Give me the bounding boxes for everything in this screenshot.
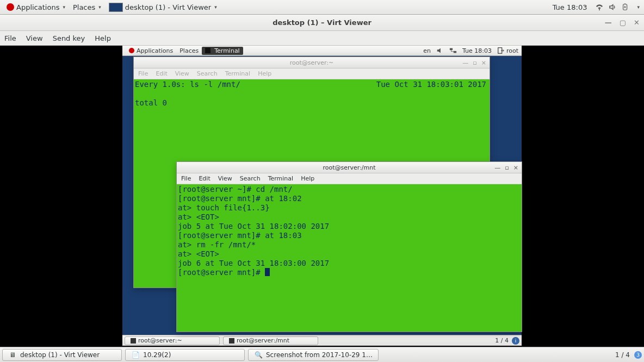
minimize-button[interactable]: — (605, 18, 612, 27)
terminal-icon (229, 338, 234, 344)
terminal-window-mnt[interactable]: root@server:/mnt — ▫ × File Edit View Se… (176, 161, 522, 332)
panel-places[interactable]: Places (70, 2, 104, 13)
minimize-button[interactable]: — (494, 164, 500, 171)
menu-file[interactable]: File (181, 175, 191, 182)
menu-view[interactable]: View (175, 70, 189, 77)
menu-search[interactable]: Search (197, 70, 218, 77)
menu-terminal[interactable]: Terminal (268, 175, 294, 182)
menu-edit[interactable]: Edit (156, 70, 167, 77)
panel-applications[interactable]: Applications (3, 2, 69, 13)
panel-user-menu[interactable] (635, 3, 641, 11)
host-workspace-indicator[interactable]: 1 / 4 (615, 351, 630, 359)
virt-viewer-menubar: File View Send key Help (0, 31, 644, 46)
virt-viewer-title: desktop (1) – Virt Viewer (273, 18, 371, 27)
panel-clock[interactable]: Tue 18:03 (549, 2, 591, 13)
guest-workspace-indicator[interactable]: 1 / 4 (495, 337, 509, 344)
menu-terminal[interactable]: Terminal (225, 70, 251, 77)
taskbar-item-label: Screenshot from 2017-10-29 1… (266, 351, 373, 359)
volume-icon[interactable] (609, 3, 616, 11)
close-button[interactable]: × (513, 164, 518, 171)
guest-panel-places[interactable]: Places (176, 46, 202, 55)
close-button[interactable]: × (481, 59, 486, 66)
terminal-icon (131, 338, 136, 344)
menu-view[interactable]: View (26, 34, 43, 42)
virt-viewer-window: desktop (1) – Virt Viewer — ▢ ✕ File Vie… (0, 15, 644, 347)
menu-view[interactable]: View (218, 175, 232, 182)
battery-icon[interactable] (622, 3, 629, 11)
guest-lang-indicator[interactable]: en (423, 47, 431, 54)
terminal-icon (205, 48, 210, 53)
virt-viewer-icon: 🖥 (8, 351, 17, 359)
svg-rect-1 (625, 3, 626, 4)
cursor (265, 268, 270, 276)
terminal2-content[interactable]: [root@server ~]# cd /mnt/ [root@server m… (177, 184, 522, 332)
panel-active-window-label: desktop (1) - Virt Viewer (125, 3, 211, 11)
guest-taskbar: root@server:~ root@server:/mnt 1 / 4 i (122, 335, 522, 346)
svg-rect-2 (450, 48, 453, 51)
watch-header: Every 1.0s: ls -l /mnt/ (135, 80, 240, 89)
host-top-panel: Applications Places desktop (1) - Virt V… (0, 0, 644, 15)
taskbar-item[interactable]: 🔍 Screenshot from 2017-10-29 1… (248, 349, 379, 361)
terminal1-titlebar[interactable]: root@server:~ — ▫ × (134, 57, 490, 68)
watch-timestamp: Tue Oct 31 18:03:01 2017 (376, 80, 486, 89)
document-icon: 📄 (131, 351, 140, 359)
terminal1-title: root@server:~ (290, 59, 334, 66)
guest-panel-user[interactable]: root (497, 47, 518, 54)
redhat-icon (7, 3, 14, 11)
taskbar-item-label: root@server:~ (138, 337, 182, 344)
maximize-button[interactable]: ▫ (473, 59, 476, 66)
terminal1-menubar: File Edit View Search Terminal Help (134, 68, 490, 79)
virt-viewer-display[interactable]: Applications Places Terminal en Tue 18:0… (0, 46, 644, 347)
network-icon[interactable] (449, 47, 457, 54)
watch-body: total 0 (135, 98, 167, 107)
menu-file[interactable]: File (138, 70, 148, 77)
window-thumb-icon (109, 3, 123, 12)
host-taskbar: 🖥 desktop (1) - Virt Viewer 📄 10.29(2) 🔍… (0, 347, 644, 362)
menu-search[interactable]: Search (240, 175, 261, 182)
menu-sendkey[interactable]: Send key (53, 34, 85, 42)
terminal2-menubar: File Edit View Search Terminal Help (177, 173, 522, 184)
panel-active-window[interactable]: desktop (1) - Virt Viewer (106, 2, 220, 13)
menu-help[interactable]: Help (258, 70, 271, 77)
taskbar-item-label: root@server:/mnt (237, 337, 289, 344)
taskbar-item[interactable]: 📄 10.29(2) (125, 349, 245, 361)
taskbar-item[interactable]: root@server:~ (125, 336, 220, 345)
menu-help[interactable]: Help (301, 175, 314, 182)
virt-viewer-titlebar[interactable]: desktop (1) – Virt Viewer — ▢ ✕ (0, 15, 644, 31)
menu-help[interactable]: Help (95, 34, 111, 42)
volume-icon[interactable] (436, 47, 444, 54)
panel-places-label: Places (73, 3, 95, 11)
taskbar-item[interactable]: root@server:/mnt (223, 336, 318, 345)
menu-edit[interactable]: Edit (199, 175, 210, 182)
menu-file[interactable]: File (4, 34, 16, 42)
taskbar-item[interactable]: 🖥 desktop (1) - Virt Viewer (2, 349, 122, 361)
panel-applications-label: Applications (16, 3, 59, 11)
image-viewer-icon: 🔍 (254, 351, 263, 359)
guest-panel-terminal[interactable]: Terminal (202, 47, 243, 55)
wifi-icon[interactable] (596, 3, 603, 11)
maximize-button[interactable]: ▢ (620, 18, 626, 27)
terminal2-titlebar[interactable]: root@server:/mnt — ▫ × (177, 162, 522, 173)
logout-icon (497, 47, 505, 54)
close-button[interactable]: ✕ (634, 18, 640, 27)
terminal2-title: root@server:/mnt (323, 164, 375, 171)
minimize-button[interactable]: — (462, 59, 468, 66)
guest-panel-clock[interactable]: Tue 18:03 (462, 47, 492, 54)
guest-panel-applications[interactable]: Applications (126, 46, 176, 55)
guest-top-panel: Applications Places Terminal en Tue 18:0… (122, 46, 522, 56)
taskbar-item-label: 10.29(2) (143, 351, 171, 359)
notification-icon[interactable]: 3 (634, 351, 642, 359)
redhat-icon (129, 48, 134, 53)
maximize-button[interactable]: ▫ (505, 164, 509, 171)
taskbar-item-label: desktop (1) - Virt Viewer (20, 351, 100, 359)
notification-icon[interactable]: i (512, 337, 519, 345)
